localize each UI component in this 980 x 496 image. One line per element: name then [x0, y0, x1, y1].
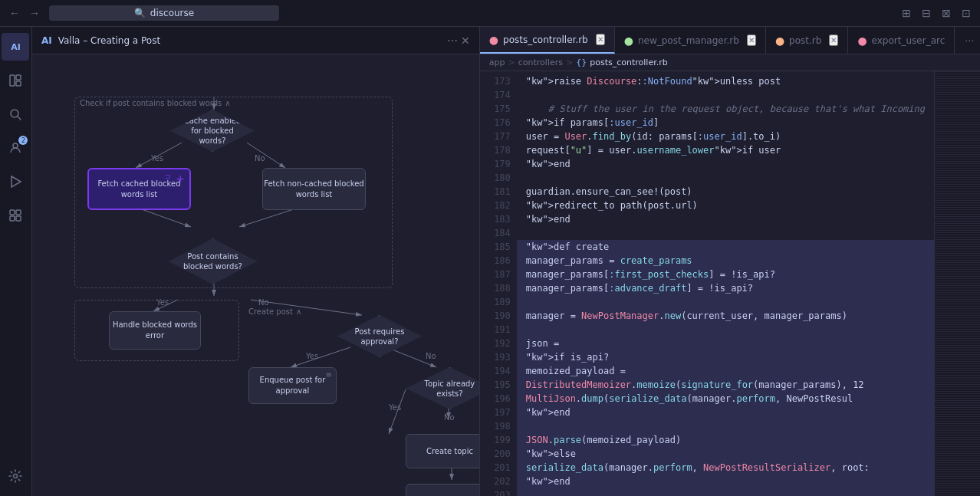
tab-more-button[interactable]: ⋯: [959, 35, 980, 46]
code-line-198[interactable]: [517, 419, 934, 433]
svg-rect-1: [16, 75, 21, 80]
panel-more-button[interactable]: ⋯: [447, 34, 458, 47]
code-line-182[interactable]: "kw">redirect_to path(post.url): [517, 199, 934, 212]
code-content: "kw">raise Discourse::NotFound "kw">unle…: [517, 71, 934, 496]
export-user-dot: ●: [857, 34, 867, 47]
breadcrumb-app[interactable]: app: [489, 57, 505, 67]
tab-post-label: post.rb: [789, 35, 821, 46]
layout-icon-2[interactable]: ⊟: [919, 5, 934, 21]
tab-post-close[interactable]: ✕: [829, 34, 838, 46]
tab-new-post-manager[interactable]: ● new_post_manager.rb ✕: [615, 27, 766, 54]
tab-posts-controller[interactable]: ● posts_controller.rb ✕: [480, 27, 615, 54]
code-line-179[interactable]: "kw">end: [517, 157, 934, 171]
enqueue-post-node[interactable]: Enqueue post for approval ≡: [248, 367, 337, 404]
code-line-196[interactable]: MultiJson.dump(serialize_data(manager.pe…: [517, 392, 934, 406]
code-line-176[interactable]: "kw">if params[:user_id]: [517, 116, 934, 130]
users-activity-icon[interactable]: 2: [2, 134, 29, 162]
create-post-section-label: Create post ∧: [248, 307, 301, 316]
no-label-3: No: [426, 352, 436, 360]
layout-icon-1[interactable]: ⊞: [899, 5, 914, 21]
handle-blocked-node[interactable]: Handle blocked words error: [109, 311, 201, 350]
code-line-183[interactable]: "kw">end: [517, 212, 934, 226]
line-number-187: 187: [480, 268, 511, 281]
tab-new-post-manager-close[interactable]: ✕: [747, 34, 756, 46]
tab-posts-controller-close[interactable]: ✕: [596, 34, 605, 45]
fetch-cached-node[interactable]: Fetch cached blocked words list + ⊃: [87, 168, 191, 210]
code-editor[interactable]: 1731741751761771781791801811821831841851…: [480, 71, 980, 496]
diagram-canvas[interactable]: Check if post contains blocked words ∧ C…: [32, 54, 479, 496]
code-line-190[interactable]: manager = NewPostManager.new(current_use…: [517, 309, 934, 323]
code-line-184[interactable]: [517, 226, 934, 240]
line-number-180: 180: [480, 171, 511, 185]
code-line-178[interactable]: request["u"] = user.username_lower "kw">…: [517, 143, 934, 157]
line-number-198: 198: [480, 419, 511, 433]
line-number-199: 199: [480, 433, 511, 447]
create-topic-node[interactable]: Create topic ≡: [406, 434, 479, 468]
activity-bar: AI 2: [0, 27, 32, 496]
code-line-185[interactable]: "kw">def create: [517, 240, 934, 254]
post-contains-node[interactable]: Post contains blocked words?: [169, 238, 257, 284]
cache-check-node[interactable]: Cache enabled for blocked words?: [170, 110, 255, 152]
ai-activity-icon[interactable]: AI: [2, 33, 29, 61]
code-line-200[interactable]: "kw">else: [517, 447, 934, 461]
code-line-188[interactable]: manager_params[:advance_draft] = !is_api…: [517, 281, 934, 295]
user-badge: 2: [18, 136, 28, 145]
tab-export-user[interactable]: ● export_user_arc: [848, 27, 955, 54]
yes-label-1: Yes: [151, 154, 163, 163]
code-line-189[interactable]: [517, 295, 934, 309]
code-line-187[interactable]: manager_params[:first_post_checks] = !is…: [517, 268, 934, 281]
svg-line-15: [247, 143, 285, 168]
line-numbers: 1731741751761771781791801811821831841851…: [480, 71, 517, 496]
code-line-177[interactable]: user = User.find_by(id: params[:user_id]…: [517, 130, 934, 143]
breadcrumb-controllers[interactable]: controllers: [518, 57, 563, 67]
code-line-173[interactable]: "kw">raise Discourse::NotFound "kw">unle…: [517, 74, 934, 88]
code-line-199[interactable]: JSON.parse(memoized_payload): [517, 433, 934, 447]
edit-node-icon[interactable]: ⊃: [165, 172, 171, 181]
svg-line-16: [137, 208, 191, 227]
fetch-non-cached-node[interactable]: Fetch non-cached blocked words list: [262, 168, 366, 210]
code-line-195[interactable]: DistributedMemoizer.memoize(signature_fo…: [517, 378, 934, 392]
create-post-collapse[interactable]: ∧: [296, 307, 301, 316]
nav-back-button[interactable]: ←: [6, 5, 23, 21]
code-line-181[interactable]: guardian.ensure_can_see!(post): [517, 185, 934, 199]
code-line-197[interactable]: "kw">end: [517, 406, 934, 419]
post-requires-node[interactable]: Post requires approval?: [337, 315, 422, 357]
svg-rect-0: [10, 75, 15, 86]
line-number-191: 191: [480, 323, 511, 337]
code-line-201[interactable]: serialize_data(manager.perform, NewPostR…: [517, 461, 934, 475]
svg-rect-2: [16, 81, 21, 86]
code-line-180[interactable]: [517, 171, 934, 185]
layout-icon-3[interactable]: ⊠: [939, 5, 954, 21]
code-line-186[interactable]: manager_params = create_params: [517, 254, 934, 268]
nav-forward-button[interactable]: →: [26, 5, 43, 21]
handle-blocked-label: Handle blocked words error: [110, 320, 200, 341]
code-line-202[interactable]: "kw">end: [517, 475, 934, 488]
yes-label-4: Yes: [389, 403, 401, 412]
code-line-175[interactable]: # Stuff the user in the request object, …: [517, 102, 934, 116]
code-line-192[interactable]: json =: [517, 337, 934, 350]
run-activity-icon[interactable]: [2, 168, 29, 195]
add-node-icon[interactable]: +: [176, 172, 185, 185]
posts-controller-dot: ●: [489, 34, 498, 46]
code-line-194[interactable]: memoized_payload =: [517, 364, 934, 378]
explorer-icon[interactable]: [2, 67, 29, 94]
topic-exists-node[interactable]: Topic already exists?: [406, 367, 479, 409]
tab-post[interactable]: ● post.rb ✕: [766, 27, 849, 54]
extensions-activity-icon[interactable]: [2, 202, 29, 229]
settings-activity-icon[interactable]: [2, 462, 29, 490]
collapse-icon[interactable]: ∧: [225, 99, 230, 107]
search-activity-icon[interactable]: [2, 100, 29, 128]
breadcrumb-sep-2: >: [566, 57, 573, 67]
layout-icon-4[interactable]: ⊡: [959, 5, 974, 21]
new-post-manager-dot: ●: [624, 34, 633, 47]
search-bar[interactable]: 🔍 discourse: [49, 5, 279, 21]
panel-close-button[interactable]: ✕: [461, 34, 470, 47]
top-bar: ← → 🔍 discourse ⊞ ⊟ ⊠ ⊡: [0, 0, 980, 27]
code-line-174[interactable]: [517, 88, 934, 102]
line-number-178: 178: [480, 143, 511, 157]
code-line-203[interactable]: [517, 488, 934, 496]
code-line-191[interactable]: [517, 323, 934, 337]
line-number-202: 202: [480, 475, 511, 488]
code-line-193[interactable]: "kw">if is_api?: [517, 350, 934, 364]
create-post-bottom-node[interactable]: Create post ≡: [406, 484, 479, 496]
